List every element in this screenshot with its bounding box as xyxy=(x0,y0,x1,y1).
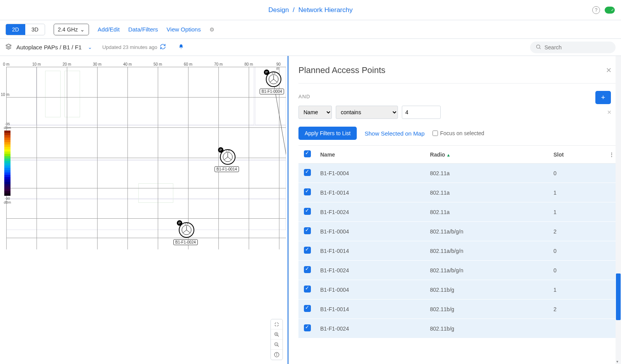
panel-scrollbar[interactable]: ▾ xyxy=(616,56,621,364)
band-label: 2.4 GHz xyxy=(58,26,78,33)
table-row[interactable]: B1-F1-0024 802.11a 1 xyxy=(298,202,619,222)
focus-checkbox[interactable] xyxy=(433,131,438,136)
ap-marker-0004[interactable]: P 2.4 xyxy=(266,71,281,87)
planned-badge-icon: P xyxy=(264,70,269,75)
table-row[interactable]: B1-F1-0014 802.11b/g 2 xyxy=(298,300,619,319)
select-all-checkbox[interactable] xyxy=(304,150,311,157)
table-row[interactable]: B1-F1-0004 802.11a/b/g/n 2 xyxy=(298,222,619,241)
planned-aps-panel: Planned Access Points ✕ AND Name contain… xyxy=(289,56,621,364)
band-selector[interactable]: 2.4 GHz ⌄ xyxy=(54,24,89,35)
col-radio[interactable]: Radio▲ xyxy=(426,146,550,164)
row-checkbox[interactable] xyxy=(304,247,311,254)
planned-badge-icon: P xyxy=(218,147,223,153)
view-options-link[interactable]: View Options xyxy=(167,26,201,33)
svg-line-10 xyxy=(224,157,228,160)
cell-name: B1-F1-0014 xyxy=(316,241,426,261)
toolbar: 2D 3D 2.4 GHz ⌄ Add/Edit Data/Filters Vi… xyxy=(0,20,621,39)
cell-slot xyxy=(549,319,604,338)
help-icon[interactable]: ? xyxy=(592,6,600,14)
ap-marker-0024[interactable]: P 2.4 xyxy=(179,222,194,238)
cell-slot: 0 xyxy=(549,261,604,280)
row-checkbox[interactable] xyxy=(304,305,311,312)
filter-actions: Apply Filters to List Show Selected on M… xyxy=(298,124,619,145)
row-checkbox[interactable] xyxy=(304,169,311,176)
breadcrumb-network-hierarchy[interactable]: Network Hierarchy xyxy=(298,6,353,14)
col-slot[interactable]: Slot xyxy=(549,146,604,164)
table-row[interactable]: B1-F1-0004 802.11a 0 xyxy=(298,164,619,183)
svg-line-15 xyxy=(187,230,190,233)
ap-label-0024: B1-F1-0024 xyxy=(173,239,198,245)
table-row[interactable]: B1-F1-0014 802.11a 1 xyxy=(298,183,619,202)
cell-name: B1-F1-0014 xyxy=(316,183,426,202)
add-edit-link[interactable]: Add/Edit xyxy=(98,26,120,33)
layers-icon[interactable] xyxy=(5,44,12,51)
bell-icon[interactable] xyxy=(178,44,184,51)
ap-marker-0014[interactable]: P 2.4 xyxy=(220,149,235,165)
floorplan-bg xyxy=(6,67,286,249)
view-3d-button[interactable]: 3D xyxy=(25,24,45,35)
map-pane[interactable]: 0 m 10 m 20 m 30 m 40 m 50 m 60 m 70 m 8… xyxy=(0,56,288,364)
fit-icon[interactable] xyxy=(271,319,283,329)
topbar-right: ? ✓ xyxy=(592,6,615,14)
cell-name: B1-F1-0004 xyxy=(316,164,426,183)
sort-asc-icon: ▲ xyxy=(446,153,450,157)
search-input[interactable] xyxy=(544,44,612,51)
scroll-down-icon[interactable]: ▾ xyxy=(616,359,620,363)
row-checkbox[interactable] xyxy=(304,227,311,234)
table-row[interactable]: B1-F1-0014 802.11a/b/g/n 0 xyxy=(298,241,619,261)
ap-label-0014: B1-F1-0014 xyxy=(215,166,239,172)
filter-row: AND Name contains ✕ + xyxy=(298,84,619,124)
view-2d-button[interactable]: 2D xyxy=(6,24,25,35)
data-filters-link[interactable]: Data/Filters xyxy=(128,26,158,33)
scroll-thumb[interactable] xyxy=(616,273,621,320)
zoom-in-icon[interactable] xyxy=(271,329,283,340)
table-row[interactable]: B1-F1-0024 802.11b/g xyxy=(298,319,619,338)
refresh-icon[interactable] xyxy=(160,44,166,51)
filter-field-select[interactable]: Name xyxy=(298,106,332,119)
floor-canvas[interactable]: P 2.4 B1-F1-0004 P 2.4 B1-F1-0014 P 2.4 … xyxy=(6,67,286,249)
cell-radio: 802.11b/g xyxy=(426,319,550,338)
cell-slot: 0 xyxy=(549,164,604,183)
row-checkbox[interactable] xyxy=(304,188,311,195)
col-name[interactable]: Name xyxy=(316,146,426,164)
cell-radio: 802.11a/b/g/n xyxy=(426,222,550,241)
row-checkbox[interactable] xyxy=(304,208,311,215)
svg-line-21 xyxy=(277,345,279,347)
filter-condition-select[interactable]: contains xyxy=(336,106,398,119)
filter-value-input[interactable] xyxy=(402,106,441,119)
aps-table: Name Radio▲ Slot ⋮ B1-F1-0004 802.11a 0 … xyxy=(298,146,619,338)
subbar: Autoplace PAPs / B1 / F1 ⌄ Updated 23 mi… xyxy=(0,39,621,56)
ap-label-0004: B1-F1-0004 xyxy=(260,89,284,94)
breadcrumb-design[interactable]: Design xyxy=(269,6,289,14)
heatmap-legend: -35 dBm -90 dBm xyxy=(2,122,12,204)
table-row[interactable]: B1-F1-0004 802.11b/g 1 xyxy=(298,280,619,300)
top-bar: Design / Network Hierarchy ? ✓ xyxy=(0,0,621,20)
floor-dropdown-icon[interactable]: ⌄ xyxy=(88,44,92,50)
row-checkbox[interactable] xyxy=(304,266,311,273)
table-row[interactable]: B1-F1-0024 802.11a/b/g/n 0 xyxy=(298,261,619,280)
cell-radio: 802.11b/g xyxy=(426,280,550,300)
cell-slot: 1 xyxy=(549,280,604,300)
remove-filter-icon[interactable]: ✕ xyxy=(607,109,612,115)
close-icon[interactable]: ✕ xyxy=(606,66,612,75)
cell-name: B1-F1-0024 xyxy=(316,261,426,280)
search-box[interactable] xyxy=(530,42,616,53)
zoom-out-icon[interactable] xyxy=(271,340,283,350)
gear-icon[interactable]: ⚙ xyxy=(209,26,215,33)
cell-radio: 802.11b/g xyxy=(426,300,550,319)
show-selected-link[interactable]: Show Selected on Map xyxy=(365,130,424,137)
status-badge[interactable]: ✓ xyxy=(605,7,615,14)
add-filter-button[interactable]: + xyxy=(595,91,611,104)
info-icon[interactable] xyxy=(271,350,283,360)
legend-bottom-label: -90 dBm xyxy=(2,197,12,204)
row-checkbox[interactable] xyxy=(304,286,311,293)
row-checkbox[interactable] xyxy=(304,324,311,331)
svg-point-25 xyxy=(277,354,277,354)
cell-radio: 802.11a/b/g/n xyxy=(426,261,550,280)
check-icon: ✓ xyxy=(611,8,614,12)
cell-slot: 2 xyxy=(549,300,604,319)
apply-filters-button[interactable]: Apply Filters to List xyxy=(298,127,357,140)
focus-checkbox-label[interactable]: Focus on selected xyxy=(433,130,485,136)
cell-name: B1-F1-0014 xyxy=(316,300,426,319)
legend-top-label: -35 dBm xyxy=(2,122,12,130)
